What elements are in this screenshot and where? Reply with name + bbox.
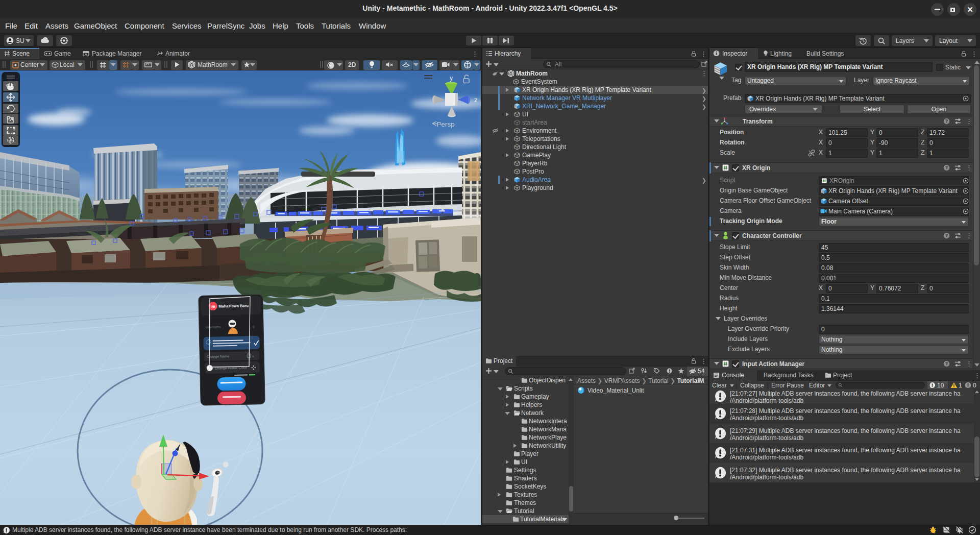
svg-text:z: z <box>474 96 478 104</box>
svg-text:?: ? <box>945 165 948 170</box>
svg-text:?: ? <box>945 233 948 238</box>
svg-text:?: ? <box>945 361 948 366</box>
svg-text:UB: UB <box>211 305 215 308</box>
svg-text:Persp: Persp <box>436 120 454 128</box>
svg-text:?: ? <box>945 118 948 124</box>
svg-text:y: y <box>450 75 453 82</box>
svg-text:Mahasiswa Baru: Mahasiswa Baru <box>218 303 249 308</box>
svg-text:g: g <box>253 324 255 328</box>
svg-text:Username: Username <box>206 325 222 329</box>
